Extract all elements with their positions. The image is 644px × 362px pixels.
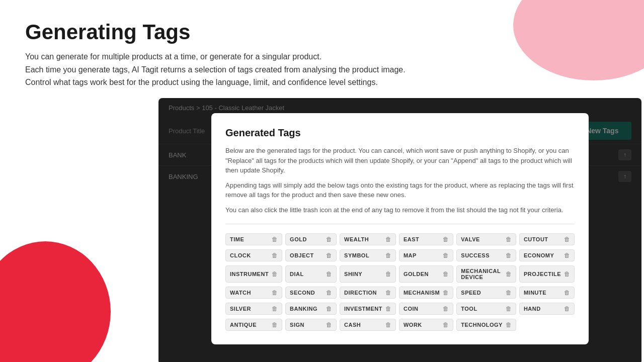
tag-delete-symbol[interactable]: 🗑 — [382, 252, 391, 259]
tag-symbol: SYMBOL🗑 — [340, 249, 396, 261]
trash-icon: 🗑 — [272, 321, 278, 328]
tag-delete-clock[interactable]: 🗑 — [269, 252, 278, 259]
tag-wealth: WEALTH🗑 — [340, 233, 396, 245]
trash-icon: 🗑 — [564, 305, 570, 312]
modal-divider — [225, 224, 575, 224]
tag-label-golden: GOLDEN — [404, 271, 429, 277]
trash-icon: 🗑 — [506, 321, 512, 328]
trash-icon: 🗑 — [564, 252, 570, 259]
tag-label-mechanical_device: MECHANICAL DEVICE — [461, 268, 503, 280]
tag-delete-time[interactable]: 🗑 — [269, 236, 278, 243]
trash-icon: 🗑 — [385, 252, 391, 259]
tag-delete-sign[interactable]: 🗑 — [323, 321, 332, 328]
tag-delete-map[interactable]: 🗑 — [440, 252, 449, 259]
tag-label-gold: GOLD — [290, 236, 307, 242]
tag-delete-watch[interactable]: 🗑 — [269, 289, 278, 296]
page-title: Generating Tags — [25, 20, 619, 44]
tag-label-direction: DIRECTION — [344, 290, 377, 296]
tag-label-dial: DIAL — [290, 271, 304, 277]
tag-delete-cash[interactable]: 🗑 — [382, 321, 391, 328]
tag-delete-coin[interactable]: 🗑 — [440, 305, 449, 312]
tag-delete-valve[interactable]: 🗑 — [503, 236, 512, 243]
trash-icon: 🗑 — [443, 270, 449, 278]
trash-icon: 🗑 — [272, 305, 278, 312]
trash-icon: 🗑 — [272, 289, 278, 296]
tag-cash: CASH🗑 — [340, 319, 396, 331]
trash-icon: 🗑 — [385, 289, 391, 296]
tag-clock: CLOCK🗑 — [225, 249, 282, 261]
tag-delete-gold[interactable]: 🗑 — [323, 236, 332, 243]
tag-investment: INVESTMENT🗑 — [340, 303, 396, 315]
tag-economy: ECONOMY🗑 — [519, 249, 575, 261]
bg-decoration-bottom-left — [0, 241, 111, 362]
trash-icon: 🗑 — [326, 270, 332, 278]
tag-label-projectile: PROJECTILE — [524, 271, 561, 277]
trash-icon: 🗑 — [443, 321, 449, 328]
tag-golden: GOLDEN🗑 — [399, 265, 453, 283]
tag-east: EAST🗑 — [399, 233, 453, 245]
tag-delete-instrument[interactable]: 🗑 — [269, 270, 278, 278]
tag-delete-projectile[interactable]: 🗑 — [561, 270, 570, 278]
tag-technology: TECHNOLOGY🗑 — [456, 319, 516, 331]
trash-icon: 🗑 — [385, 305, 391, 312]
tag-success: SUCCESS🗑 — [456, 249, 516, 261]
tag-delete-direction[interactable]: 🗑 — [382, 289, 391, 296]
tag-label-antique: ANTIQUE — [230, 322, 257, 328]
trash-icon: 🗑 — [326, 252, 332, 259]
tag-delete-cutout[interactable]: 🗑 — [561, 236, 570, 243]
tag-label-investment: INVESTMENT — [344, 306, 382, 312]
tag-label-map: MAP — [404, 252, 417, 258]
tag-delete-success[interactable]: 🗑 — [503, 252, 512, 259]
tag-delete-mechanical_device[interactable]: 🗑 — [503, 270, 512, 278]
tag-label-symbol: SYMBOL — [344, 252, 369, 258]
generated-tags-modal: Generated Tags Below are the generated t… — [211, 113, 589, 344]
tag-delete-technology[interactable]: 🗑 — [503, 321, 512, 328]
modal-desc-3: You can also click the little trash icon… — [225, 205, 575, 215]
tag-delete-dial[interactable]: 🗑 — [323, 270, 332, 278]
trash-icon: 🗑 — [326, 305, 332, 312]
tag-label-sign: SIGN — [290, 322, 304, 328]
tag-valve: VALVE🗑 — [456, 233, 516, 245]
tag-label-banking: BANKING — [290, 306, 317, 312]
tag-delete-object[interactable]: 🗑 — [323, 252, 332, 259]
modal-overlay: Generated Tags Below are the generated t… — [158, 98, 641, 362]
tag-direction: DIRECTION🗑 — [340, 287, 396, 299]
tag-delete-antique[interactable]: 🗑 — [269, 321, 278, 328]
modal-footer: Close Save & Replace Tags Save & Append … — [225, 343, 575, 344]
tag-delete-economy[interactable]: 🗑 — [561, 252, 570, 259]
tag-delete-wealth[interactable]: 🗑 — [382, 236, 391, 243]
tag-label-cutout: CUTOUT — [524, 236, 548, 242]
tag-minute: MINUTE🗑 — [519, 287, 575, 299]
tag-delete-east[interactable]: 🗑 — [440, 236, 449, 243]
trash-icon: 🗑 — [443, 289, 449, 296]
tag-delete-banking[interactable]: 🗑 — [323, 305, 332, 312]
tag-sign: SIGN🗑 — [285, 319, 337, 331]
tag-delete-speed[interactable]: 🗑 — [503, 289, 512, 296]
tag-delete-hand[interactable]: 🗑 — [561, 305, 570, 312]
tag-delete-second[interactable]: 🗑 — [323, 289, 332, 296]
trash-icon: 🗑 — [385, 270, 391, 278]
tag-delete-silver[interactable]: 🗑 — [269, 305, 278, 312]
trash-icon: 🗑 — [506, 305, 512, 312]
tag-delete-mechanism[interactable]: 🗑 — [440, 289, 449, 296]
tag-delete-golden[interactable]: 🗑 — [440, 270, 449, 278]
trash-icon: 🗑 — [326, 289, 332, 296]
tag-speed: SPEED🗑 — [456, 287, 516, 299]
tag-label-object: OBJECT — [290, 252, 314, 258]
tag-label-east: EAST — [404, 236, 419, 242]
tag-delete-shiny[interactable]: 🗑 — [382, 270, 391, 278]
trash-icon: 🗑 — [506, 252, 512, 259]
page-desc-3: Control what tags work best for the prod… — [25, 76, 478, 89]
tag-delete-investment[interactable]: 🗑 — [382, 305, 391, 312]
tag-label-coin: COIN — [404, 306, 419, 312]
trash-icon: 🗑 — [564, 270, 570, 278]
tag-delete-tool[interactable]: 🗑 — [503, 305, 512, 312]
tag-delete-minute[interactable]: 🗑 — [561, 289, 570, 296]
tag-delete-work[interactable]: 🗑 — [440, 321, 449, 328]
tag-label-tool: TOOL — [461, 306, 477, 312]
tag-silver: SILVER🗑 — [225, 303, 282, 315]
trash-icon: 🗑 — [385, 236, 391, 243]
app-window: Products > 105 - Classic Leather Jacket … — [158, 98, 641, 362]
trash-icon: 🗑 — [506, 270, 512, 278]
trash-icon: 🗑 — [385, 321, 391, 328]
